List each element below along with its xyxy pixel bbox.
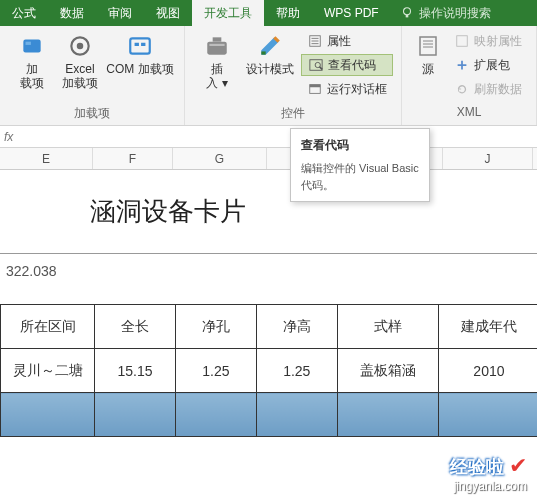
svg-rect-21	[310, 85, 321, 88]
properties-icon	[307, 33, 323, 49]
search-hint-label: 操作说明搜索	[419, 5, 491, 22]
tab-review[interactable]: 审阅	[96, 0, 144, 26]
view-code-icon	[308, 57, 324, 73]
formula-bar[interactable]: fx	[0, 126, 537, 148]
addins-group-label: 加载项	[8, 105, 176, 123]
toolbox-icon	[203, 32, 231, 60]
th-hole: 净孔	[175, 305, 256, 349]
tab-data[interactable]: 数据	[48, 0, 96, 26]
svg-rect-10	[213, 37, 222, 41]
excel-addin-button[interactable]: Excel加载项	[56, 30, 104, 92]
chevron-down-icon: ▾	[222, 76, 228, 90]
svg-rect-9	[207, 42, 227, 55]
controls-group-label: 控件	[193, 105, 393, 123]
svg-rect-7	[135, 43, 139, 46]
th-height: 净高	[256, 305, 337, 349]
data-table: 所在区间 全长 净孔 净高 式样 建成年代 灵川～二塘 15.15 1.25 1…	[0, 304, 537, 437]
col-header-g[interactable]: G	[173, 148, 267, 169]
col-header-j[interactable]: J	[443, 148, 533, 169]
com-icon	[126, 32, 154, 60]
tab-wpspdf[interactable]: WPS PDF	[312, 0, 391, 26]
svg-rect-6	[130, 38, 150, 53]
refresh-icon	[454, 81, 470, 97]
tab-devtools[interactable]: 开发工具	[192, 0, 264, 26]
ribbon-group-controls: 插入 ▾ 设计模式 属性 查看代码	[185, 26, 402, 125]
table-footer-row	[1, 393, 538, 437]
ribbon-bar: 加载项 Excel加载项 COM 加载项 加载项 插	[0, 26, 537, 126]
svg-rect-11	[209, 44, 224, 46]
map-props-button: 映射属性	[448, 30, 528, 52]
com-addin-label: COM 加载项	[106, 62, 173, 76]
com-addin-button[interactable]: COM 加载项	[104, 30, 176, 78]
insert-control-button[interactable]: 插入 ▾	[193, 30, 241, 92]
expand-icon	[454, 57, 470, 73]
expand-pack-label: 扩展包	[474, 57, 510, 74]
td-zone: 灵川～二塘	[1, 349, 95, 393]
svg-point-0	[403, 8, 410, 15]
td-height: 1.25	[256, 349, 337, 393]
td-hole: 1.25	[175, 349, 256, 393]
fx-label: fx	[4, 130, 13, 144]
checkmark-icon: ✔	[509, 453, 527, 478]
watermark-url: jingyanla.com	[450, 479, 527, 493]
sheet-value-cell: 322.038	[0, 254, 537, 288]
expand-pack-button[interactable]: 扩展包	[448, 54, 528, 76]
design-mode-button[interactable]: 设计模式	[241, 30, 299, 78]
properties-button[interactable]: 属性	[301, 30, 393, 52]
menu-tabs: 公式 数据 审阅 视图 开发工具 帮助 WPS PDF 操作说明搜索	[0, 0, 537, 26]
excel-addin-top: Excel	[65, 62, 94, 76]
addin-label-top: 加	[26, 62, 38, 76]
design-mode-label: 设计模式	[246, 62, 294, 76]
excel-addin-bottom: 加载项	[62, 76, 98, 90]
watermark-title: 经验啦	[450, 457, 504, 477]
td-year: 2010	[438, 349, 537, 393]
insert-top: 插	[211, 62, 223, 76]
th-length: 全长	[95, 305, 176, 349]
addin-label-bottom: 载项	[20, 76, 44, 90]
map-props-icon	[454, 33, 470, 49]
dialog-icon	[307, 81, 323, 97]
addin-button[interactable]: 加载项	[8, 30, 56, 92]
refresh-data-button: 刷新数据	[448, 78, 528, 100]
tab-view[interactable]: 视图	[144, 0, 192, 26]
gear-icon	[66, 32, 94, 60]
svg-rect-3	[26, 42, 31, 45]
column-headers: E F G H I J	[0, 148, 537, 170]
col-header-e[interactable]: E	[0, 148, 93, 169]
td-length: 15.15	[95, 349, 176, 393]
search-hint[interactable]: 操作说明搜索	[391, 5, 491, 22]
design-icon	[256, 32, 284, 60]
tab-help[interactable]: 帮助	[264, 0, 312, 26]
td-style: 盖板箱涵	[337, 349, 438, 393]
th-style: 式样	[337, 305, 438, 349]
xml-group-label: XML	[410, 105, 528, 123]
insert-bottom: 入	[206, 76, 218, 90]
table-row: 灵川～二塘 15.15 1.25 1.25 盖板箱涵 2010	[1, 349, 538, 393]
refresh-data-label: 刷新数据	[474, 81, 522, 98]
svg-rect-26	[457, 36, 468, 47]
tab-formula[interactable]: 公式	[0, 0, 48, 26]
svg-point-5	[77, 43, 84, 50]
run-dialog-label: 运行对话框	[327, 81, 387, 98]
run-dialog-button[interactable]: 运行对话框	[301, 78, 393, 100]
properties-label: 属性	[327, 33, 351, 50]
sheet-title: 涵洞设备卡片	[0, 170, 537, 254]
source-button[interactable]: 源	[410, 30, 446, 78]
col-header-f[interactable]: F	[93, 148, 173, 169]
map-props-label: 映射属性	[474, 33, 522, 50]
lightbulb-icon	[399, 5, 415, 21]
view-code-button[interactable]: 查看代码	[301, 54, 393, 76]
tooltip-body: 编辑控件的 Visual Basic 代码。	[301, 160, 419, 193]
view-code-tooltip: 查看代码 编辑控件的 Visual Basic 代码。	[290, 128, 430, 202]
view-code-label: 查看代码	[328, 57, 376, 74]
worksheet-area[interactable]: 涵洞设备卡片 322.038 所在区间 全长 净孔 净高 式样 建成年代 灵川～…	[0, 170, 537, 437]
svg-rect-12	[261, 51, 265, 54]
th-year: 建成年代	[438, 305, 537, 349]
source-label: 源	[422, 62, 434, 76]
svg-rect-1	[405, 15, 408, 18]
ribbon-group-xml: 源 映射属性 扩展包	[402, 26, 537, 125]
svg-rect-8	[141, 43, 145, 46]
watermark: 经验啦 ✔ jingyanla.com	[450, 453, 527, 493]
ribbon-group-addins: 加载项 Excel加载项 COM 加载项 加载项	[0, 26, 185, 125]
tooltip-title: 查看代码	[301, 137, 419, 154]
